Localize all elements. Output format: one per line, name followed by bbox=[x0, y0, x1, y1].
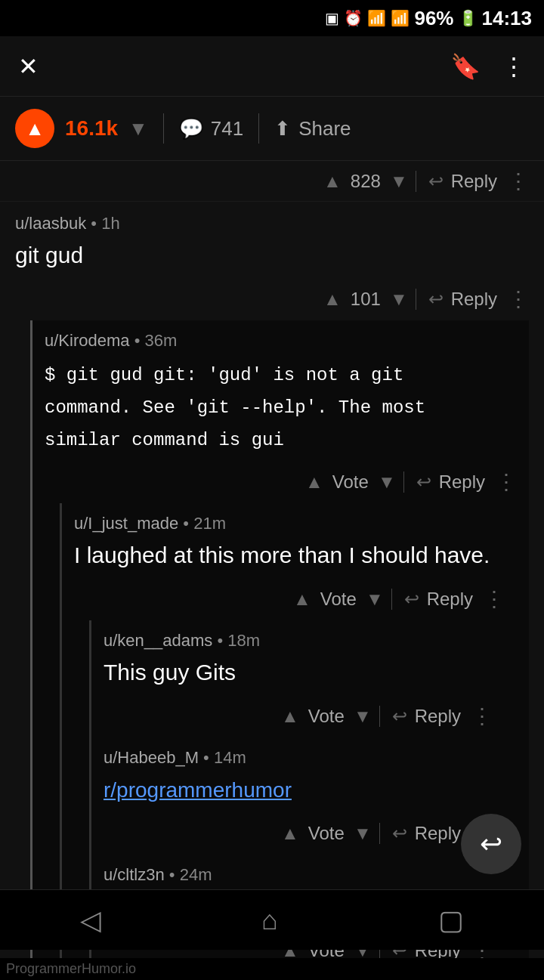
upvote-arrow-icon: ▲ bbox=[25, 117, 45, 141]
comment-4: u/ken__adams • 18m This guy Gits ▲ Vote … bbox=[89, 620, 505, 737]
comment-1-reply-group: ↩ Reply bbox=[416, 289, 497, 310]
comment-6-username: u/cltlz3n bbox=[104, 865, 165, 884]
comment-icon: 💬 bbox=[179, 117, 203, 141]
divider2 bbox=[258, 113, 259, 144]
comment-2-dot: • bbox=[134, 331, 145, 350]
comment-1-more-icon[interactable]: ⋮ bbox=[508, 286, 529, 311]
comment-3-text: I laughed at this more than I should hav… bbox=[74, 539, 505, 571]
fab-reply-button[interactable]: ↩ bbox=[461, 814, 521, 874]
downvote-small-icon[interactable]: ▼ bbox=[390, 171, 408, 192]
comment-3-downvote-icon[interactable]: ▼ bbox=[366, 589, 384, 610]
downvote-icon[interactable]: ▼ bbox=[128, 117, 148, 141]
close-icon[interactable]: ✕ bbox=[18, 52, 39, 81]
top-nav: ✕ 🔖 ⋮ bbox=[0, 36, 544, 97]
comment-5: u/Habeeb_M • 14m r/programmerhumor ▲ Vot… bbox=[89, 737, 505, 855]
comment-6-time: 24m bbox=[180, 865, 212, 884]
nav-right: 🔖 ⋮ bbox=[450, 52, 526, 81]
comment-2-reply-icon: ↩ bbox=[416, 471, 431, 493]
comment-1-reply-label[interactable]: Reply bbox=[451, 289, 497, 310]
comment-2-reply-label[interactable]: Reply bbox=[439, 471, 485, 493]
comment-4-reply-group: ↩ Reply bbox=[379, 706, 461, 727]
comment-5-vote-row: ▲ Vote ▼ ↩ Reply ⋮ bbox=[104, 815, 493, 855]
comment-2-upvote-icon[interactable]: ▲ bbox=[305, 471, 323, 493]
comment-4-vote-row: ▲ Vote ▼ ↩ Reply ⋮ bbox=[104, 697, 493, 737]
comment-1-upvote-icon[interactable]: ▲ bbox=[323, 289, 342, 310]
upvote-button[interactable]: ▲ bbox=[15, 109, 54, 148]
comment-2-reply-group: ↩ Reply bbox=[403, 471, 485, 493]
watermark: ProgrammerHumor.io bbox=[0, 958, 544, 980]
comment-1-meta: u/laasbuk • 1h bbox=[15, 214, 529, 233]
comment-4-vote-count: Vote bbox=[308, 706, 345, 727]
comment-2-vote-group: ▲ Vote ▼ bbox=[305, 471, 396, 493]
comments-section: u/laasbuk • 1h git gud ▲ 101 ▼ ↩ Reply ⋮… bbox=[0, 202, 544, 980]
reply-label[interactable]: Reply bbox=[451, 171, 497, 192]
comment-1-vote-count: 101 bbox=[351, 289, 381, 310]
comment-3-upvote-icon[interactable]: ▲ bbox=[293, 589, 311, 610]
comment-4-reply-label[interactable]: Reply bbox=[415, 706, 461, 727]
comment-3-reply-label[interactable]: Reply bbox=[427, 589, 473, 610]
comment-4-vote-group: ▲ Vote ▼ bbox=[281, 706, 372, 727]
comment-4-upvote-icon[interactable]: ▲ bbox=[281, 706, 299, 727]
comment-3-reply-icon: ↩ bbox=[404, 589, 419, 610]
share-label: Share bbox=[298, 117, 351, 141]
comment-5-link[interactable]: r/programmerhumor bbox=[104, 778, 292, 802]
comment-4-downvote-icon[interactable]: ▼ bbox=[354, 706, 372, 727]
comment-4-text: This guy Gits bbox=[104, 657, 493, 688]
comment-2-downvote-icon[interactable]: ▼ bbox=[378, 471, 396, 493]
comment-6-dot: • bbox=[169, 865, 180, 884]
comment-1-username: u/laasbuk bbox=[15, 214, 86, 233]
comment-1-vote-row: ▲ 101 ▼ ↩ Reply ⋮ bbox=[15, 280, 529, 320]
battery-icon: 🔋 bbox=[459, 9, 478, 27]
recents-button[interactable]: ▢ bbox=[438, 904, 464, 936]
comment-1-downvote-icon[interactable]: ▼ bbox=[390, 289, 408, 310]
bottom-nav: ◁ ⌂ ▢ bbox=[0, 889, 544, 950]
battery-text: 96% bbox=[414, 7, 453, 30]
fab-reply-icon: ↩ bbox=[480, 828, 502, 860]
comment-1-text: git gud bbox=[15, 240, 529, 271]
bookmark-icon[interactable]: 🔖 bbox=[450, 52, 481, 81]
share-icon: ⬆ bbox=[274, 117, 291, 141]
more-icon[interactable]: ⋮ bbox=[508, 168, 529, 193]
comment-3-vote-group: ▲ Vote ▼ bbox=[293, 589, 384, 610]
comment-count-text: 741 bbox=[211, 117, 243, 141]
time-text: 14:13 bbox=[482, 7, 533, 30]
comment-3-more-icon[interactable]: ⋮ bbox=[484, 586, 505, 611]
comment-5-reply-label[interactable]: Reply bbox=[415, 823, 461, 844]
top-vote-count: 828 bbox=[351, 171, 381, 192]
back-button[interactable]: ◁ bbox=[80, 904, 101, 936]
comment-1: u/laasbuk • 1h git gud ▲ 101 ▼ ↩ Reply ⋮… bbox=[0, 202, 544, 980]
comment-5-downvote-icon[interactable]: ▼ bbox=[354, 823, 372, 844]
comment-2-username: u/Kirodema bbox=[45, 331, 130, 350]
comment-2-time: 36m bbox=[144, 331, 177, 350]
comment-5-vote-count: Vote bbox=[308, 823, 345, 844]
status-bar: ▣ ⏰ 📶 📶 96% 🔋 14:13 bbox=[0, 0, 544, 36]
status-icons: ▣ ⏰ 📶 📶 96% 🔋 14:13 bbox=[325, 7, 532, 30]
comment-4-time: 18m bbox=[227, 631, 260, 650]
comment-1-dot: • bbox=[91, 214, 101, 233]
comment-4-more-icon[interactable]: ⋮ bbox=[471, 703, 493, 728]
wifi-icon: 📶 bbox=[367, 9, 386, 27]
comment-2-vote-row: ▲ Vote ▼ ↩ Reply ⋮ bbox=[45, 463, 517, 503]
comment-5-dot: • bbox=[203, 748, 214, 767]
comment-2-more-icon[interactable]: ⋮ bbox=[496, 469, 517, 494]
comment-3-vote-row: ▲ Vote ▼ ↩ Reply ⋮ bbox=[74, 580, 505, 620]
comment-2: u/Kirodema • 36m $ git gud git: 'gud' is… bbox=[30, 320, 529, 980]
comment-count-group: 💬 741 bbox=[179, 117, 243, 141]
reply-group: ↩ Reply bbox=[416, 171, 497, 192]
comment-6-meta: u/cltlz3n • 24m bbox=[104, 865, 493, 885]
comment-3-meta: u/I_just_made • 21m bbox=[74, 514, 505, 533]
upvote-small-icon[interactable]: ▲ bbox=[323, 171, 342, 192]
comment-4-reply-icon: ↩ bbox=[392, 706, 407, 727]
comment-1-reply-icon: ↩ bbox=[428, 289, 444, 310]
comment-5-reply-group: ↩ Reply bbox=[379, 823, 461, 844]
vibrate-icon: ▣ bbox=[325, 9, 339, 27]
alarm-icon: ⏰ bbox=[344, 9, 363, 27]
comment-1-time: 1h bbox=[101, 214, 119, 233]
comment-2-meta: u/Kirodema • 36m bbox=[45, 331, 517, 351]
share-button[interactable]: ⬆ Share bbox=[274, 117, 351, 141]
post-score-bar: ▲ 16.1k ▼ 💬 741 ⬆ Share bbox=[0, 97, 544, 161]
comment-3-dot: • bbox=[183, 514, 193, 533]
comment-5-upvote-icon[interactable]: ▲ bbox=[281, 823, 299, 844]
more-options-icon[interactable]: ⋮ bbox=[502, 52, 526, 81]
home-button[interactable]: ⌂ bbox=[261, 904, 278, 936]
